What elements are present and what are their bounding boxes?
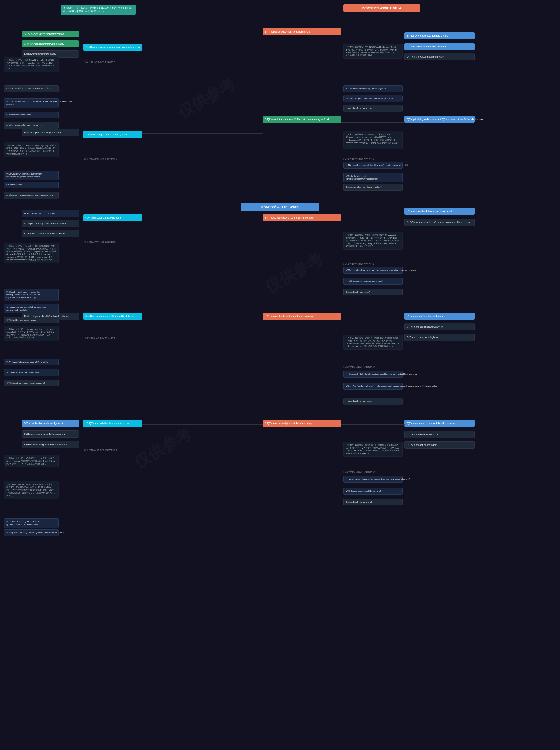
q2-w-line: W.Iamafraid Ijustranoutoffilm. (4, 112, 59, 118)
option-d-shirt: D)Themancouldsomesometmelater. (404, 53, 475, 60)
watermark2: 仅供参考 (261, 248, 326, 298)
q1-w-line: W:Thisisthelargestcolorincolor.Othercolo… (343, 95, 402, 102)
q9-final-q: Q:Whatdoesthewomanimp ly? (343, 499, 402, 505)
q3-label: 3.A)It'squietintherestaurant.C)Therestau… (262, 116, 341, 123)
q7-option-b: B)Themandidn'tpracticehardenough. (404, 313, 475, 320)
q8-option-b-d: B)Idon't tappealsher.D)Shehasalreadytast… (22, 313, 79, 320)
nav-label-7: 北京导航四六级名师·李勇全解析： (343, 365, 377, 368)
q7-label: 7.A)Themanshouldnotdreamofbeingasupersta… (262, 313, 341, 320)
q3-option-b: B)Thepriceishighintherestaurant.D)Theres… (404, 116, 475, 123)
q3-analysis: （答案A、解题技巧：A中有quiet，答案正好是和文章'getawayfrmal… (343, 131, 402, 149)
q2-c-run: C还有run,lake听到，听到的路多的的可可能路就大。） (4, 85, 59, 92)
watermark3: 仅供参考 (130, 423, 195, 473)
q5-label: 5.A)Thewomanhasbeen complaining toomuch. (262, 214, 341, 221)
q1-analysis: （答案A、解题技巧：A中可以谈论could.different，并且真是"学习结… (343, 44, 402, 59)
nav-label-6: 北京导航四六级名师·李勇全解析： (84, 241, 118, 244)
option-c-shirt: C)Thesizethemanwantswillarrivesoon. (404, 43, 475, 50)
q5-option-c-d: C)D)Thewomanshouldconfirmherappointmentw… (404, 219, 475, 226)
watermark: 仅供参考 (174, 73, 239, 123)
connector-q2-q1 (142, 48, 262, 48)
nav-label-8: 北京导航四六级名师·李勇全解析： (84, 337, 118, 340)
q9-w-line: W:Hydoyoualwayswaittuntilthelas tminut c… (343, 488, 402, 494)
q1-final-q: Q:Whatdoesthewomanimp ly? (343, 105, 402, 112)
q1-label: 1.A)Themancouldbuyashirtofadifferentcolo… (262, 28, 341, 35)
q6-label: 6.A)Helpthewomanmovethei tems. (83, 214, 142, 221)
q8-analysis: （答案C、解题技巧：Idon'tcaremuchford oesn'tdoesn… (4, 326, 59, 341)
q9-option-b: B)Themanhasmadeamessofhismidtermexam. (404, 420, 475, 427)
q7-analysis: （答案D、解题技巧：D中的是：D is表 题产品着所有对话题，不对题，不对，我分… (343, 335, 402, 349)
q8-w-line: W:Totelletruth.Idon'tcaremuchfordesert. (4, 369, 59, 376)
connector-q10-q9 (142, 424, 262, 425)
q10-option-c: C)Thewomanisfinishinghelpassignment. (22, 430, 79, 438)
q3-final-q: Q:Whatcanwelearnfromtheconversation? (343, 184, 402, 190)
q4-m-line: M:Canyoushowmethewaytogate9forflight 901… (4, 170, 59, 180)
connector-right-1 (341, 35, 405, 35)
q5-option-b: B)Thewomanshouldhavenever theocttrearlie… (404, 208, 475, 215)
q9-option-c: C)Themanhasbadstudyhabits. (404, 431, 475, 438)
connector-right-3 (341, 219, 405, 219)
nav-label-4: 北京导航四六级名师·李勇全解析： (84, 158, 118, 161)
main-title-2: 四六级对话部分保你10分拿8分 (241, 203, 319, 211)
q9-analysis: （答案C、解题技巧：C时的解析是：这快里 了出是都问出的话，女同学学习了，男同学… (343, 442, 402, 457)
option-b-shirt: B)Thesizeoftheshirtisallrightfortheman. (404, 33, 475, 39)
q4-option-b: B)InaHongKonghotel.D)Atanairport. (22, 129, 79, 136)
q6-m-option: M:HurrytoMr.Johnson'soffice. (22, 210, 79, 217)
q6-analysis: （答案A、解题技巧：以应考生一般小学校可以常用的都有刚好，男的全部说，但这就话是… (4, 243, 59, 263)
connector-q6-q5 (142, 219, 262, 219)
q7-final-q: Q:Whatdoesthewomanmean? (343, 398, 402, 405)
q10-option-d: D)Themanislosingpatiencewiththewoman. (22, 441, 79, 448)
q1-m-line: M:IlikethecolorofthisshirtDoyouhavealarg… (343, 85, 402, 92)
q6-d-option: D:PlaceSappSintmentwithMr.Johnson. (22, 230, 79, 237)
q2-analysis: （答案A、解题技巧：B中有can't take a photo用法有刚，男的在拍… (4, 57, 59, 72)
q2-m-w-q: W.Look,theviewisfantastic.Couldyoutakeap… (4, 98, 59, 108)
q8-m-line: M:Wouldyouliketotrythebananaple?It'sincr… (4, 359, 59, 365)
connector-right-5 (341, 424, 405, 425)
q4-analysis: （答案D、解题技巧：B不正确、因为HongKong，听听也很理解。答案大概(人人… (4, 142, 59, 157)
page-container: 仅供参考 仅供参考 仅供参考 四六级对话部分保你10分拿8分 真题分析：（以上解… (0, 0, 560, 750)
q9-m-line: M:Iamexhausted.Istayedupthewholenightstu… (343, 476, 402, 483)
q5-final-q: Q:Whatdoestheman mean? (343, 289, 402, 296)
q8-label: 8.A)Thereisnomoreleft.C)It'sincrediblyde… (83, 313, 142, 320)
q10-special-note: （特别提醒：可能有学生认为'女'选项和处处成着辅导'一些选项里，因的以这里—小这… (4, 481, 59, 499)
q9-label: 9.A)Themanisusuallythelasttohandinhistes… (262, 420, 341, 427)
nav-label-10: 北京导航四六级名师·李勇全解析： (84, 448, 118, 451)
q6-c-option: C:HelpmovethingstoMr.Johnson'soffice. (22, 220, 79, 227)
q2-final-q: Q:Whatdoweelearnfromtheconversation? (4, 122, 59, 129)
q2-main-label: 2.A)Thewomaniswatchinganexcitingfilmwith… (83, 44, 142, 50)
q4-w-line: W:CanIhelpyousir? (4, 182, 59, 188)
q10-m-line: M:Ireallycan'taffordanymoreinruptionr ig… (4, 519, 59, 528)
q10-option-b: B)Themanhasfinishedhisassignment. (22, 420, 79, 427)
nav-label-2: 北京导航四六级名师·李勇全解析： (84, 60, 118, 63)
q10-w-line: W:Sorry,justonemething.Couldyougivemeari… (4, 529, 59, 536)
nav-label-5: 北京导航四六级名师·李勇全解析： (343, 262, 377, 265)
q2-option-d: D)Thewomanisfilmingthelake. (22, 50, 79, 58)
q9-option-d: D)Themanaddiligent student. (404, 441, 475, 449)
q3-m-line: M:Thefoodinthisrestaurantishorrible.Arey… (343, 162, 402, 169)
q4-label: 4.A)Atabookingoffice.C)Onabus ystreet. (83, 131, 142, 138)
nav-label-9: 北京导航四六级名师·李勇全解析： (343, 470, 377, 473)
q10-analysis: （答案D、解题技巧：D的意思是：少、偷开题、解析到finishassignmen… (4, 455, 59, 467)
top-analysis-card: 真题分析：（以上解析由北京导航著名四六级辅导专家：李勇全老师提供，搜狐网独家登载… (61, 5, 136, 15)
q2-option-b: B)Thewomancan'ttakeaphotoftheman. (22, 31, 79, 37)
q7-option-c: C)Themanshouldfindanewpartner. (404, 323, 475, 330)
q5-w-line: M:Itoldyouyesterdaytomakeanappointment. (343, 278, 402, 285)
q7-m-line: M:Ithinkyou'dbetterfindanotherpartner.Il… (343, 371, 402, 378)
q5-analysis: （答案A、解题技巧：C中有正确结果真实关 志shouldA项目，答题素选题，（抛… (343, 232, 402, 249)
q6-w-line: W:Canyougivemeahandandmike theantomov ea… (4, 304, 59, 313)
q4-final-q: Q:Wheredoestheconversationmostprobablyta… (4, 192, 59, 199)
main-title-1: 四六级对话部分保你10分拿8分 (343, 4, 420, 12)
q5-m-line: W:Myheadacheikillingnow.Ithoughtthewagoa… (343, 267, 402, 273)
q6-m-line: M:diketo,butIamafready fiveminuteslate f… (4, 289, 59, 301)
q8-final-q: Q:Whatdoesthewomansayaboutthebanapie? (4, 380, 59, 386)
nav-label-3: 北京导航四六级名师·李勇全解析： (343, 158, 377, 161)
q7-option-d: D)Themanshouldnotdingiveup. (404, 334, 475, 341)
connector-right-2 (341, 122, 405, 123)
q2-option-c: C)Thewomanisrunningtowardthelake. (22, 40, 79, 47)
q10-label: 10.A)Themanwilldrivethewoman toschool. (83, 420, 142, 427)
q7-w-line: W:LookPaul.I'sstilltooearlytouit.Nobodyy… (343, 383, 402, 389)
q3-w-line: W:Butthellouldn'teverything isn'tsticeju… (343, 173, 402, 182)
